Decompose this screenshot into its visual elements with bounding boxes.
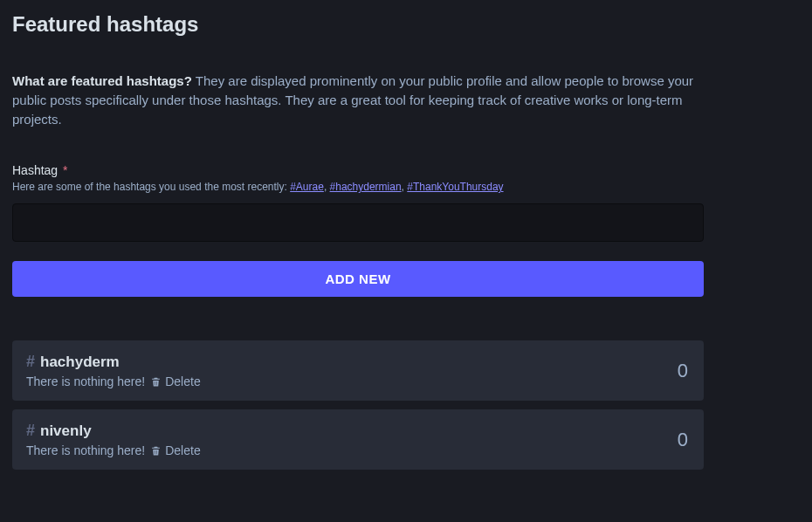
hash-icon: # [26, 422, 35, 440]
trash-icon [150, 376, 162, 388]
intro-question: What are featured hashtags? [12, 73, 192, 88]
tag-count: 0 [678, 360, 688, 382]
hashtag-hint: Here are some of the hashtags you used t… [12, 181, 704, 193]
tag-name: nivenly [40, 422, 92, 440]
tag-name: hachyderm [40, 354, 120, 371]
delete-label: Delete [165, 374, 200, 388]
delete-button[interactable]: Delete [150, 374, 200, 388]
page-title: Featured hashtags [12, 12, 704, 37]
tag-count: 0 [678, 429, 688, 451]
featured-tag-list: # hachyderm There is nothing here! Delet… [12, 340, 704, 470]
suggestion-link[interactable]: #ThankYouThursday [407, 181, 503, 193]
hashtag-input[interactable] [12, 203, 704, 242]
trash-icon [150, 445, 162, 457]
add-new-button[interactable]: Add new [12, 261, 704, 297]
intro-text: What are featured hashtags? They are dis… [12, 72, 704, 128]
required-mark: * [63, 163, 67, 177]
delete-label: Delete [165, 443, 200, 457]
hashtag-label-text: Hashtag [12, 163, 58, 177]
tag-empty-text: There is nothing here! [26, 374, 145, 388]
featured-tag-card: # nivenly There is nothing here! Delete … [12, 409, 704, 470]
featured-tag-card: # hachyderm There is nothing here! Delet… [12, 340, 704, 401]
hint-prefix: Here are some of the hashtags you used t… [12, 181, 290, 193]
tag-empty-text: There is nothing here! [26, 443, 145, 457]
hashtag-label: Hashtag * [12, 163, 704, 177]
delete-button[interactable]: Delete [150, 443, 200, 457]
suggestion-link[interactable]: #hachydermian [330, 181, 402, 193]
hash-icon: # [26, 353, 35, 371]
suggestion-link[interactable]: #Aurae [290, 181, 324, 193]
